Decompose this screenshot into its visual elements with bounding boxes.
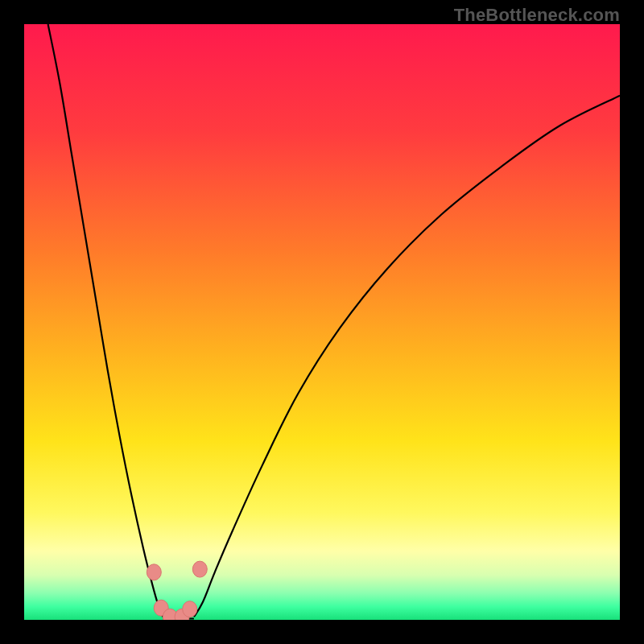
data-marker [183,601,197,617]
data-marker [192,561,207,577]
watermark-text: TheBottleneck.com [454,5,620,26]
plot-area [24,24,620,620]
gradient-background [24,24,620,620]
data-marker [147,564,161,580]
bottleneck-chart [24,24,620,620]
outer-frame: TheBottleneck.com [0,0,644,644]
